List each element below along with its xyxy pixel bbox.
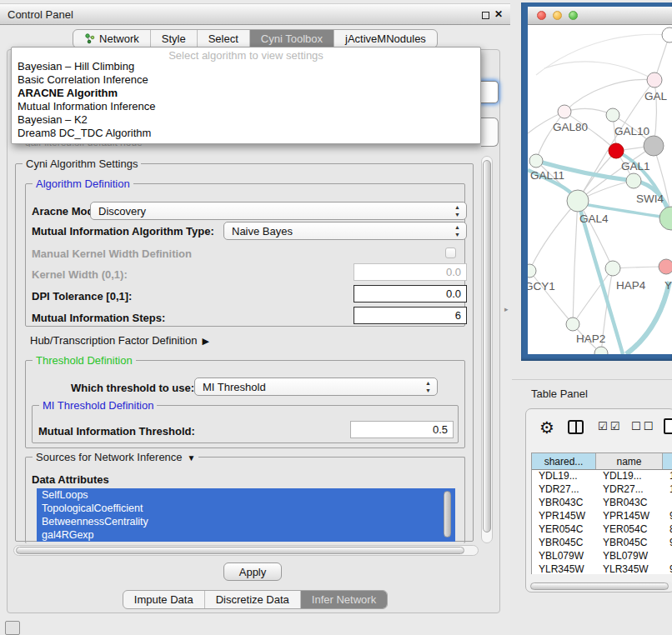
window-close-icon[interactable] [537, 11, 546, 20]
window-zoom-icon[interactable] [569, 11, 578, 20]
table-row[interactable]: YBL079WYBL079W [532, 550, 672, 563]
split-columns-icon[interactable] [568, 420, 584, 434]
dropdown-option[interactable]: ARACNE Algorithm [12, 87, 480, 100]
tab-network[interactable]: Network [73, 30, 151, 48]
table-row[interactable]: YPR145WYPR145W9. [532, 510, 672, 523]
tab-label: Infer Network [312, 593, 376, 606]
dpi-tolerance-field[interactable]: 0.0 [354, 285, 467, 302]
table-horizontal-scrollbar[interactable] [529, 582, 672, 591]
node-label: HAP4 [616, 279, 646, 292]
aracne-mode-combo[interactable]: Discovery [90, 202, 467, 220]
mi-type-combo[interactable]: Naive Bayes [223, 222, 467, 240]
table-row[interactable]: YLR345WYLR345W9. [532, 563, 672, 574]
inference-algorithm-combo-edge[interactable] [481, 81, 499, 103]
network-edge[interactable] [564, 79, 654, 112]
network-view-window: GALGAL80GAL10GAL1GAL11SWI4GAL4GCY1HAP4YH… [521, 2, 672, 361]
unchecked-boxes-icon[interactable] [631, 420, 655, 432]
network-node-gcy1[interactable] [528, 264, 536, 278]
table-row[interactable]: YBR043CYBR043C [532, 497, 672, 510]
close-panel-icon[interactable] [494, 8, 503, 20]
list-vertical-scrollbar-thumb[interactable] [444, 491, 451, 538]
attribute-item[interactable]: BetweennessCentrality [37, 515, 455, 528]
network-edge[interactable] [529, 201, 578, 271]
column-header[interactable]: shared... [532, 453, 596, 469]
network-edge[interactable] [544, 62, 654, 80]
settings-vscroll-thumb[interactable] [483, 160, 491, 532]
network-node-gal80[interactable] [558, 105, 571, 118]
table-header-row: shared...nameA [532, 453, 672, 470]
network-node[interactable] [662, 28, 672, 42]
cyni-settings-scrollarea: Cyni Algorithm Settings Algorithm Defini… [12, 155, 479, 543]
settings-vertical-scrollbar[interactable] [481, 156, 493, 543]
table-row[interactable]: YDL19...YDL19...13 [532, 470, 672, 483]
kernel-width-field[interactable]: 0.0 [354, 263, 467, 281]
dropdown-option[interactable]: Bayesian – K2 [12, 113, 480, 127]
network-edge[interactable] [613, 267, 666, 268]
sources-group-title[interactable]: Sources for Network Inference [33, 451, 198, 463]
float-panel-icon[interactable] [482, 12, 489, 19]
attribute-item[interactable]: SelfLoops [37, 488, 455, 502]
attribute-item[interactable]: TopologicalCoefficient [37, 502, 455, 515]
hub-definition-expander[interactable]: Hub/Transcription Factor Definition [30, 334, 209, 347]
document-icon[interactable] [664, 418, 672, 434]
checked-boxes-icon[interactable] [598, 420, 622, 432]
network-node[interactable] [659, 207, 672, 230]
mi-steps-field[interactable]: 6 [354, 307, 467, 324]
tab-jactivemnodules[interactable]: jActiveMNodules [334, 30, 437, 48]
collapsed-panel-icon[interactable] [5, 621, 20, 635]
network-node-y[interactable] [659, 259, 672, 274]
table-row[interactable]: YDR27...YDR27...12 [532, 483, 672, 497]
network-canvas[interactable]: GALGAL80GAL10GAL1GAL11SWI4GAL4GCY1HAP4YH… [528, 25, 672, 354]
control-panel-tabs: NetworkStyleSelectCyni ToolboxjActiveMNo… [73, 29, 438, 48]
data-attributes-list[interactable]: SelfLoopsTopologicalCoefficientBetweenne… [37, 488, 455, 542]
table-hscroll-thumb[interactable] [530, 582, 669, 590]
network-edge[interactable] [564, 109, 613, 115]
mi-threshold-field[interactable]: 0.5 [350, 421, 454, 438]
dropdown-option[interactable]: Mutual Information Inference [12, 100, 480, 113]
network-node-gal11[interactable] [529, 154, 543, 168]
network-node-gal[interactable] [647, 72, 662, 88]
tab-cyni-toolbox[interactable]: Cyni Toolbox [250, 30, 334, 48]
network-node[interactable] [644, 136, 664, 156]
network-node-swi4[interactable] [626, 173, 641, 188]
table-row[interactable]: YER054CYER054C8. [532, 523, 672, 537]
table-cell [663, 497, 672, 510]
network-node[interactable] [594, 347, 608, 354]
network-node-gal10[interactable] [606, 108, 619, 122]
panel-splitter-handle[interactable] [504, 305, 509, 313]
gear-icon[interactable] [539, 418, 554, 438]
tab-impute-data[interactable]: Impute Data [123, 591, 205, 608]
column-header[interactable]: A [663, 453, 672, 469]
network-node-hap4[interactable] [605, 261, 620, 276]
settings-horizontal-scrollbar[interactable] [13, 545, 479, 556]
sources-group-label: Sources for Network Inference [36, 451, 183, 463]
node-label: GAL [644, 90, 668, 102]
table-cell: YDL19... [532, 470, 596, 483]
network-edge[interactable] [573, 201, 578, 324]
node-attribute-table[interactable]: shared...nameA YDL19...YDL19...13YDR27..… [531, 452, 672, 574]
table-cell: YDR27... [532, 483, 596, 497]
attribute-item[interactable]: gal4RGexp [37, 528, 455, 542]
network-edge[interactable] [536, 34, 669, 75]
network-node-gal4[interactable] [567, 190, 589, 212]
tab-infer-network[interactable]: Infer Network [301, 591, 387, 608]
dropdown-option[interactable]: Basic Correlation Inference [12, 73, 480, 87]
table-cell: YPR145W [532, 510, 596, 523]
apply-button[interactable]: Apply [223, 562, 282, 581]
dropdown-option[interactable]: Dream8 DC_TDC Algorithm [12, 127, 480, 140]
network-edge[interactable] [529, 271, 573, 324]
window-minimize-icon[interactable] [553, 11, 562, 20]
dropdown-option[interactable]: Bayesian – Hill Climbing [12, 60, 480, 73]
tab-label: jActiveMNodules [345, 32, 426, 45]
manual-kernel-checkbox[interactable] [445, 248, 456, 258]
table-row[interactable]: YBR045CYBR045C9. [532, 537, 672, 550]
which-threshold-combo[interactable]: MI Threshold [194, 378, 438, 396]
column-header[interactable]: name [596, 453, 663, 469]
tab-select[interactable]: Select [198, 30, 250, 48]
tab-discretize-data[interactable]: Discretize Data [205, 591, 301, 608]
tab-style[interactable]: Style [151, 30, 198, 48]
network-edge[interactable] [626, 282, 669, 354]
settings-hscroll-thumb[interactable] [16, 547, 464, 554]
network-node-gal1[interactable] [609, 143, 624, 158]
network-node-hap2[interactable] [566, 318, 579, 331]
